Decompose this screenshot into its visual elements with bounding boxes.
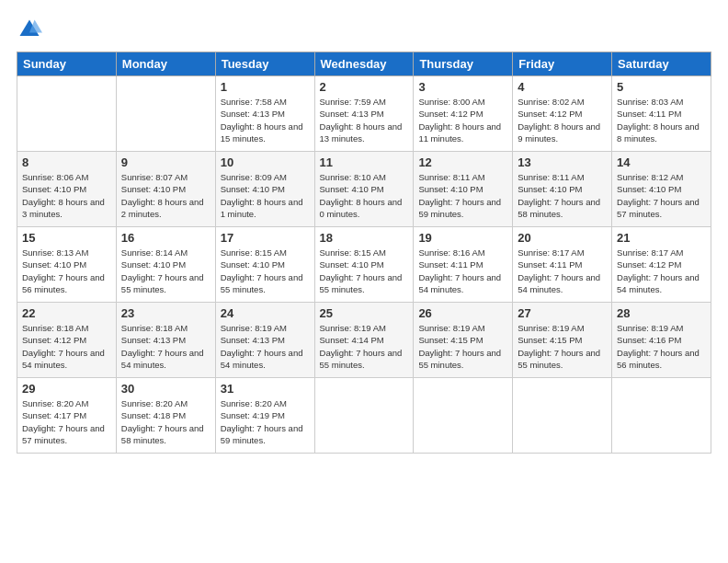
calendar-cell: [116, 76, 215, 152]
calendar-cell: 30 Sunrise: 8:20 AMSunset: 4:18 PMDaylig…: [116, 378, 215, 454]
day-number: 24: [221, 306, 310, 320]
calendar-cell: 21 Sunrise: 8:17 AMSunset: 4:12 PMDaylig…: [612, 227, 711, 303]
calendar-cell: [414, 378, 513, 454]
calendar-cell: 20 Sunrise: 8:17 AMSunset: 4:11 PMDaylig…: [513, 227, 612, 303]
day-info: Sunrise: 8:00 AMSunset: 4:12 PMDaylight:…: [418, 97, 501, 144]
day-number: 3: [418, 80, 507, 94]
day-info: Sunrise: 8:14 AMSunset: 4:10 PMDaylight:…: [121, 247, 204, 294]
calendar-cell: 1 Sunrise: 7:58 AMSunset: 4:13 PMDayligh…: [215, 76, 314, 152]
day-number: 2: [320, 80, 409, 94]
day-number: 23: [121, 306, 210, 320]
day-number: 14: [617, 155, 706, 169]
calendar-cell: [314, 378, 414, 454]
calendar-cell: 4 Sunrise: 8:02 AMSunset: 4:12 PMDayligh…: [513, 76, 612, 152]
page: SundayMondayTuesdayWednesdayThursdayFrid…: [0, 0, 728, 563]
day-info: Sunrise: 8:19 AMSunset: 4:14 PMDaylight:…: [320, 323, 403, 370]
day-info: Sunrise: 8:06 AMSunset: 4:10 PMDaylight:…: [22, 172, 105, 219]
day-number: 9: [121, 155, 210, 169]
day-info: Sunrise: 8:18 AMSunset: 4:12 PMDaylight:…: [22, 323, 105, 370]
day-header-sunday: Sunday: [17, 52, 117, 76]
day-number: 28: [617, 306, 706, 320]
day-info: Sunrise: 8:13 AMSunset: 4:10 PMDaylight:…: [22, 247, 105, 294]
calendar-cell: 10 Sunrise: 8:09 AMSunset: 4:10 PMDaylig…: [215, 152, 314, 227]
day-info: Sunrise: 8:20 AMSunset: 4:19 PMDaylight:…: [221, 398, 303, 445]
calendar-cell: [17, 76, 117, 152]
calendar-cell: 18 Sunrise: 8:15 AMSunset: 4:10 PMDaylig…: [314, 227, 414, 303]
day-number: 30: [121, 382, 210, 396]
day-number: 29: [22, 382, 111, 396]
day-info: Sunrise: 8:15 AMSunset: 4:10 PMDaylight:…: [320, 247, 403, 294]
calendar-cell: 31 Sunrise: 8:20 AMSunset: 4:19 PMDaylig…: [215, 378, 314, 454]
calendar-cell: [513, 378, 612, 454]
day-number: 5: [617, 80, 706, 94]
calendar-cell: 17 Sunrise: 8:15 AMSunset: 4:10 PMDaylig…: [215, 227, 314, 303]
day-number: 21: [617, 231, 706, 245]
day-header-thursday: Thursday: [414, 52, 513, 76]
day-info: Sunrise: 8:15 AMSunset: 4:10 PMDaylight:…: [221, 247, 303, 294]
calendar-week-row: 15 Sunrise: 8:13 AMSunset: 4:10 PMDaylig…: [17, 227, 711, 303]
day-info: Sunrise: 8:20 AMSunset: 4:18 PMDaylight:…: [121, 398, 204, 445]
calendar-cell: 3 Sunrise: 8:00 AMSunset: 4:12 PMDayligh…: [414, 76, 513, 152]
calendar-cell: 9 Sunrise: 8:07 AMSunset: 4:10 PMDayligh…: [116, 152, 215, 227]
day-info: Sunrise: 7:58 AMSunset: 4:13 PMDaylight:…: [221, 97, 303, 144]
calendar-cell: 11 Sunrise: 8:10 AMSunset: 4:10 PMDaylig…: [314, 152, 414, 227]
day-header-saturday: Saturday: [612, 52, 711, 76]
day-number: 17: [221, 231, 310, 245]
calendar-week-row: 29 Sunrise: 8:20 AMSunset: 4:17 PMDaylig…: [17, 378, 711, 454]
day-info: Sunrise: 8:09 AMSunset: 4:10 PMDaylight:…: [221, 172, 303, 219]
calendar-cell: 29 Sunrise: 8:20 AMSunset: 4:17 PMDaylig…: [17, 378, 117, 454]
day-number: 25: [320, 306, 409, 320]
calendar-week-row: 1 Sunrise: 7:58 AMSunset: 4:13 PMDayligh…: [17, 76, 711, 152]
day-number: 1: [221, 80, 310, 94]
day-info: Sunrise: 8:18 AMSunset: 4:13 PMDaylight:…: [121, 323, 204, 370]
day-number: 31: [221, 382, 310, 396]
day-number: 22: [22, 306, 111, 320]
day-info: Sunrise: 8:17 AMSunset: 4:12 PMDaylight:…: [617, 247, 700, 294]
calendar-cell: 28 Sunrise: 8:19 AMSunset: 4:16 PMDaylig…: [612, 303, 711, 378]
day-info: Sunrise: 8:12 AMSunset: 4:10 PMDaylight:…: [617, 172, 700, 219]
calendar-cell: 19 Sunrise: 8:16 AMSunset: 4:11 PMDaylig…: [414, 227, 513, 303]
day-number: 8: [22, 155, 111, 169]
logo: [17, 17, 46, 42]
calendar-cell: 27 Sunrise: 8:19 AMSunset: 4:15 PMDaylig…: [513, 303, 612, 378]
day-number: 26: [418, 306, 507, 320]
calendar-cell: 8 Sunrise: 8:06 AMSunset: 4:10 PMDayligh…: [17, 152, 117, 227]
calendar-cell: 26 Sunrise: 8:19 AMSunset: 4:15 PMDaylig…: [414, 303, 513, 378]
day-info: Sunrise: 8:19 AMSunset: 4:15 PMDaylight:…: [518, 323, 600, 370]
day-info: Sunrise: 8:10 AMSunset: 4:10 PMDaylight:…: [320, 172, 403, 219]
calendar-cell: 23 Sunrise: 8:18 AMSunset: 4:13 PMDaylig…: [116, 303, 215, 378]
day-number: 20: [518, 231, 607, 245]
day-number: 18: [320, 231, 409, 245]
calendar-header-row: SundayMondayTuesdayWednesdayThursdayFrid…: [17, 52, 711, 76]
header: [17, 17, 711, 42]
day-info: Sunrise: 8:02 AMSunset: 4:12 PMDaylight:…: [518, 97, 600, 144]
day-info: Sunrise: 8:19 AMSunset: 4:15 PMDaylight:…: [418, 323, 501, 370]
day-number: 16: [121, 231, 210, 245]
day-info: Sunrise: 8:11 AMSunset: 4:10 PMDaylight:…: [518, 172, 600, 219]
calendar-cell: 16 Sunrise: 8:14 AMSunset: 4:10 PMDaylig…: [116, 227, 215, 303]
calendar-week-row: 8 Sunrise: 8:06 AMSunset: 4:10 PMDayligh…: [17, 152, 711, 227]
day-info: Sunrise: 8:19 AMSunset: 4:13 PMDaylight:…: [221, 323, 303, 370]
calendar-week-row: 22 Sunrise: 8:18 AMSunset: 4:12 PMDaylig…: [17, 303, 711, 378]
calendar-cell: 22 Sunrise: 8:18 AMSunset: 4:12 PMDaylig…: [17, 303, 117, 378]
day-info: Sunrise: 8:03 AMSunset: 4:11 PMDaylight:…: [617, 97, 700, 144]
day-number: 19: [418, 231, 507, 245]
day-number: 12: [418, 155, 507, 169]
day-header-tuesday: Tuesday: [215, 52, 314, 76]
day-info: Sunrise: 8:11 AMSunset: 4:10 PMDaylight:…: [418, 172, 501, 219]
day-header-monday: Monday: [116, 52, 215, 76]
calendar-cell: 14 Sunrise: 8:12 AMSunset: 4:10 PMDaylig…: [612, 152, 711, 227]
day-number: 4: [518, 80, 607, 94]
day-number: 27: [518, 306, 607, 320]
day-number: 10: [221, 155, 310, 169]
day-info: Sunrise: 8:20 AMSunset: 4:17 PMDaylight:…: [22, 398, 105, 445]
calendar-cell: 25 Sunrise: 8:19 AMSunset: 4:14 PMDaylig…: [314, 303, 414, 378]
calendar-cell: 13 Sunrise: 8:11 AMSunset: 4:10 PMDaylig…: [513, 152, 612, 227]
day-header-wednesday: Wednesday: [314, 52, 414, 76]
day-info: Sunrise: 8:19 AMSunset: 4:16 PMDaylight:…: [617, 323, 700, 370]
calendar-cell: 5 Sunrise: 8:03 AMSunset: 4:11 PMDayligh…: [612, 76, 711, 152]
day-number: 11: [320, 155, 409, 169]
day-info: Sunrise: 8:07 AMSunset: 4:10 PMDaylight:…: [121, 172, 204, 219]
day-header-friday: Friday: [513, 52, 612, 76]
logo-icon: [17, 17, 42, 42]
